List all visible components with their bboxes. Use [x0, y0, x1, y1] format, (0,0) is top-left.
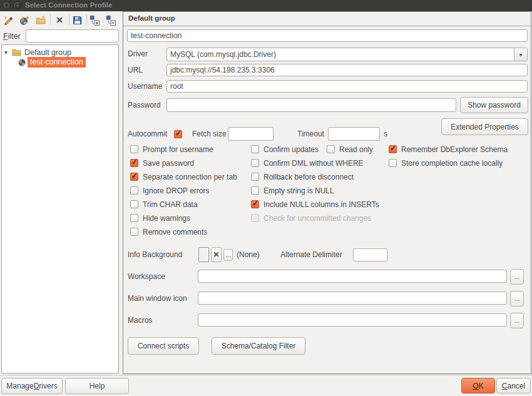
cancel-button[interactable]: Cancel — [496, 378, 531, 393]
new-folder-icon — [36, 15, 46, 26]
main-window-icon-input[interactable] — [198, 292, 507, 305]
window-title: Select Connection Profile — [25, 1, 112, 9]
checkbox-rollback-before-disconnect[interactable]: Rollback before disconnect — [251, 172, 354, 181]
driver-value: MySQL (com.mysql.jdbc.Driver) — [167, 50, 514, 59]
checkbox-include-null-columns-in-inserts[interactable]: Include NULL columns in INSERTs — [251, 200, 379, 209]
titlebar: ✕ Select Connection Profile — [0, 0, 532, 11]
new-group-button[interactable] — [34, 13, 48, 27]
chevron-down-icon[interactable]: ▾ — [514, 48, 527, 61]
profile-tree: ▾ Default group test-connection — [1, 44, 119, 373]
url-label: URL — [128, 66, 143, 75]
show-password-button[interactable]: Show password — [460, 97, 528, 113]
checkbox-confirm-updates[interactable]: Confirm updates — [251, 145, 319, 154]
password-input[interactable] — [166, 98, 456, 112]
extended-properties-button[interactable]: Extended Properties — [441, 118, 528, 135]
help-button[interactable]: Help — [65, 378, 129, 394]
workspace-input[interactable] — [198, 270, 507, 283]
checkbox-separate-connection-per-tab[interactable]: Separate connection per tab — [130, 172, 237, 181]
alternate-delimiter-label: Alternate Delimiter — [280, 250, 342, 260]
collapse-tree-button[interactable] — [104, 13, 118, 27]
macros-input[interactable] — [198, 313, 507, 327]
delete-profile-button[interactable]: ✕ — [53, 13, 66, 27]
profile-editor-panel: Default group Driver MySQL (com.mysql.jd… — [123, 11, 531, 374]
save-icon — [72, 15, 83, 26]
panel-group-header: Default group — [128, 14, 175, 22]
manage-drivers-button[interactable]: Manage Drivers — [1, 378, 63, 394]
schema-catalog-filter-button[interactable]: Schema/Catalog Filter — [212, 337, 305, 355]
filter-label: Filter — [3, 32, 21, 41]
autocommit-label: Autocommit — [128, 129, 167, 139]
header-divider — [123, 26, 531, 26]
username-input[interactable] — [166, 80, 528, 93]
expand-tree-button[interactable] — [88, 13, 101, 27]
workspace-browse-button[interactable]: ... — [510, 269, 524, 285]
info-background-pick-button[interactable]: ... — [223, 249, 233, 261]
expand-all-icon — [90, 15, 100, 26]
checkbox-confirm-dml-without-where[interactable]: Confirm DML without WHERE — [251, 158, 364, 168]
window-close-button[interactable]: ✕ — [3, 1, 11, 9]
checkbox-check-for-uncommitted-changes: Check for uncommitted changes — [251, 213, 371, 223]
ok-button[interactable]: OK — [461, 378, 495, 393]
checkbox-store-completion-cache-locally[interactable]: Store completion cache locally — [389, 158, 503, 168]
tree-item-test-connection[interactable]: test-connection — [18, 57, 86, 68]
checkbox-hide-warnings[interactable]: Hide warnings — [130, 213, 190, 223]
fetch-size-label: Fetch size — [192, 129, 227, 139]
timeout-label: Timeout — [297, 129, 324, 139]
new-profile-button[interactable] — [1, 13, 15, 27]
toolbar-separator — [69, 14, 69, 25]
folder-icon — [12, 48, 21, 56]
checkbox-empty-string-is-null[interactable]: Empty string is NULL — [251, 186, 334, 195]
main-window-icon-browse-button[interactable]: ... — [510, 291, 524, 307]
profile-name-input[interactable] — [127, 29, 528, 42]
fetch-size-input[interactable] — [228, 127, 274, 141]
timeout-unit-label: s — [384, 129, 387, 139]
profile-icon — [18, 59, 26, 66]
info-background-swatch[interactable] — [198, 247, 209, 262]
tree-expander-icon[interactable]: ▾ — [4, 49, 12, 56]
tree-group-label: Default group — [24, 48, 71, 57]
driver-combobox[interactable]: MySQL (com.mysql.jdbc.Driver) ▾ — [166, 48, 528, 61]
info-background-clear-button[interactable]: ✕ — [211, 247, 222, 262]
macros-browse-button[interactable]: ... — [510, 313, 524, 328]
tree-item-default-group[interactable]: ▾ Default group — [4, 47, 71, 58]
save-profiles-button[interactable] — [70, 13, 84, 27]
checkbox-remember-dbexplorer-schema[interactable]: Remember DbExplorer Schema — [389, 145, 508, 154]
info-background-label: Info Background — [128, 250, 182, 260]
copy-profile-button[interactable] — [18, 13, 31, 27]
main-window-icon-label: Main window icon — [128, 294, 187, 303]
alternate-delimiter-input[interactable] — [353, 248, 387, 261]
timeout-input[interactable] — [328, 127, 380, 141]
autocommit-checkbox[interactable] — [174, 129, 182, 139]
checkbox-trim-char-data[interactable]: Trim CHAR data — [130, 200, 198, 209]
select-connection-profile-dialog: ✕ Select Connection Profile ✕ — [0, 0, 532, 396]
delete-icon: ✕ — [56, 15, 63, 25]
url-input[interactable] — [166, 64, 528, 76]
window-maximize-button[interactable] — [13, 1, 21, 9]
info-background-value: (None) — [237, 250, 260, 260]
connect-scripts-button[interactable]: Connect scripts — [128, 337, 199, 355]
password-label: Password — [128, 101, 161, 110]
checkbox-ignore-drop-errors[interactable]: Ignore DROP errors — [130, 186, 209, 195]
checkbox-save-password[interactable]: Save password — [130, 158, 194, 168]
toolbar-separator — [86, 14, 87, 25]
toolbar-separator — [50, 14, 51, 25]
tree-profile-label-selected: test-connection — [28, 57, 86, 68]
checkbox-read-only[interactable]: Read only — [327, 145, 373, 154]
clear-color-icon: ✕ — [213, 250, 219, 259]
copy-profile-icon — [19, 15, 30, 26]
new-profile-icon — [3, 15, 14, 26]
macros-label: Macros — [128, 316, 152, 325]
filter-input[interactable] — [26, 29, 119, 43]
username-label: Username — [128, 82, 162, 91]
collapse-all-icon — [106, 15, 116, 26]
workspace-label: Workspace — [128, 272, 165, 282]
driver-label: Driver — [128, 49, 148, 59]
checkbox-remove-comments[interactable]: Remove comments — [130, 227, 207, 236]
footer-divider — [0, 375, 532, 375]
close-icon: ✕ — [4, 3, 9, 8]
checkbox-prompt-for-username[interactable]: Prompt for username — [130, 145, 213, 154]
